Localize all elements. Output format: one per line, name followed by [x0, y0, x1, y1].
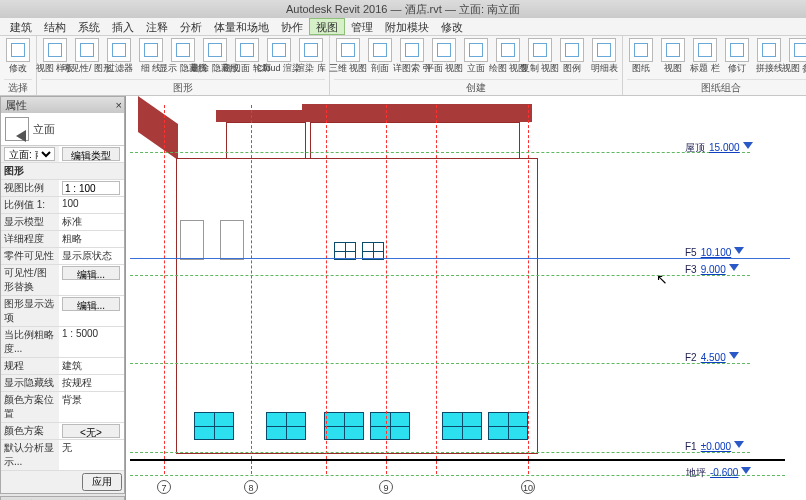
- prop-value[interactable]: 建筑: [59, 358, 124, 374]
- prop-row-颜色方案[interactable]: 颜色方案<无>: [1, 423, 124, 440]
- menu-插入[interactable]: 插入: [106, 18, 140, 35]
- apply-button[interactable]: 应用: [82, 473, 122, 491]
- callout-button[interactable]: 详图索 引: [398, 38, 426, 73]
- prop-value[interactable]: 粗略: [59, 231, 124, 247]
- menu-结构[interactable]: 结构: [38, 18, 72, 35]
- grid-line-10[interactable]: [528, 105, 529, 474]
- 3d-view-button[interactable]: 三维 视图: [334, 38, 362, 73]
- prop-value[interactable]: [59, 180, 124, 196]
- menu-修改[interactable]: 修改: [435, 18, 469, 35]
- grid-line-8[interactable]: [251, 105, 252, 474]
- grid-bubble-10[interactable]: 10: [521, 480, 535, 494]
- grid-line-9[interactable]: [386, 105, 387, 474]
- prop-input[interactable]: [62, 181, 120, 195]
- filter-label: 过滤器: [106, 63, 133, 73]
- prop-row-默认分析显示...[interactable]: 默认分析显示...无: [1, 440, 124, 471]
- menu-注释[interactable]: 注释: [140, 18, 174, 35]
- prop-row-图形显示选项[interactable]: 图形显示选项编辑...: [1, 296, 124, 327]
- drafting-view-button[interactable]: 绘图 视图: [494, 38, 522, 73]
- sheet-button[interactable]: 图纸: [627, 38, 655, 73]
- level-tag[interactable]: 屋顶15.000: [685, 141, 753, 155]
- guide-grid-button[interactable]: 拼接线: [755, 38, 783, 73]
- menu-分析[interactable]: 分析: [174, 18, 208, 35]
- level-line: [130, 152, 750, 153]
- roof-slope: [138, 96, 178, 160]
- grid-line-extra[interactable]: [326, 105, 327, 474]
- prop-value[interactable]: 标准: [59, 214, 124, 230]
- render-cloud-button[interactable]: Cloud 渲染: [265, 38, 293, 73]
- legend-button[interactable]: 图例: [558, 38, 586, 73]
- menu-系统[interactable]: 系统: [72, 18, 106, 35]
- grid-bubble-7[interactable]: 7: [157, 480, 171, 494]
- visibility-button[interactable]: 可见性/ 图形: [73, 38, 101, 73]
- level-tag[interactable]: F24.500: [685, 352, 739, 364]
- close-icon[interactable]: ×: [116, 97, 122, 113]
- prop-row-规程[interactable]: 规程建筑: [1, 358, 124, 375]
- prop-value[interactable]: <无>: [59, 423, 124, 439]
- menu-体量和场地[interactable]: 体量和场地: [208, 18, 275, 35]
- prop-value[interactable]: 无: [59, 440, 124, 470]
- prop-value[interactable]: 100: [59, 197, 124, 213]
- ribbon-group-创建: 三维 视图剖面详图索 引平面 视图立面绘图 视图复制 视图图例明细表创建: [330, 36, 623, 95]
- viewport-button[interactable]: 视图 参照: [787, 38, 806, 73]
- level-tag[interactable]: F39.000: [685, 264, 739, 276]
- prop-row-比例值 1:[interactable]: 比例值 1:100: [1, 197, 124, 214]
- prop-row-图形[interactable]: 图形: [1, 163, 124, 180]
- section-button[interactable]: 剖面: [366, 38, 394, 73]
- menu-附加模块[interactable]: 附加模块: [379, 18, 435, 35]
- prop-value[interactable]: 显示原状态: [59, 248, 124, 264]
- duplicate-view-button[interactable]: 复制 视图: [526, 38, 554, 73]
- grid-bubble-8[interactable]: 8: [244, 480, 258, 494]
- modify-button[interactable]: 修改: [4, 38, 32, 73]
- elevation-type-icon: [5, 117, 29, 141]
- prop-value[interactable]: 1 : 5000: [59, 327, 124, 357]
- opening: [220, 220, 244, 260]
- edit-type-button[interactable]: 编辑类型: [62, 147, 120, 161]
- render-gallery-label: 渲染 库: [296, 63, 326, 73]
- menu-建筑[interactable]: 建筑: [4, 18, 38, 35]
- visibility-icon: [75, 38, 99, 62]
- render-gallery-button[interactable]: 渲染 库: [297, 38, 325, 73]
- prop-value[interactable]: 编辑...: [59, 296, 124, 326]
- prop-row-零件可见性[interactable]: 零件可见性显示原状态: [1, 248, 124, 265]
- prop-value[interactable]: 编辑...: [59, 265, 124, 295]
- level-tag[interactable]: F510.100: [685, 247, 744, 259]
- roof-segment: [216, 110, 316, 122]
- type-name[interactable]: 立面: [33, 122, 55, 137]
- prop-row-可见性/图形替换[interactable]: 可见性/图形替换编辑...: [1, 265, 124, 296]
- menu-视图[interactable]: 视图: [309, 18, 345, 35]
- instance-selector[interactable]: 立面: 南立面: [4, 147, 55, 161]
- prop-row-颜色方案位置[interactable]: 颜色方案位置背景: [1, 392, 124, 423]
- prop-row-视图比例[interactable]: 视图比例: [1, 180, 124, 197]
- revisions-button[interactable]: 修订: [723, 38, 751, 73]
- properties-header[interactable]: 属性 ×: [1, 97, 124, 113]
- prop-value[interactable]: 背景: [59, 392, 124, 422]
- menu-管理[interactable]: 管理: [345, 18, 379, 35]
- window: [266, 412, 306, 440]
- grid-line-7[interactable]: [164, 105, 165, 474]
- show-hidden-icon: [171, 38, 195, 62]
- thin-lines-label: 细 线: [141, 63, 162, 73]
- grid-line-extra[interactable]: [436, 105, 437, 474]
- elevation-button[interactable]: 立面: [462, 38, 490, 73]
- ribbon-group-图纸组合: 图纸视图标题 栏修订拼接线视图 参照图纸组合: [623, 36, 806, 95]
- grid-bubble-9[interactable]: 9: [379, 480, 393, 494]
- title-block-button[interactable]: 标题 栏: [691, 38, 719, 73]
- prop-row-详细程度[interactable]: 详细程度粗略: [1, 231, 124, 248]
- level-tag[interactable]: F1±0.000: [685, 441, 744, 453]
- prop-row-显示隐藏线[interactable]: 显示隐藏线按规程: [1, 375, 124, 392]
- level-tag[interactable]: 地坪-0.600: [686, 466, 751, 480]
- prop-value[interactable]: 按规程: [59, 375, 124, 391]
- prop-row-显示模型[interactable]: 显示模型标准: [1, 214, 124, 231]
- plan-view-button[interactable]: 平面 视图: [430, 38, 458, 73]
- filter-button[interactable]: 过滤器: [105, 38, 133, 73]
- view-place-button[interactable]: 视图: [659, 38, 687, 73]
- drawing-canvas[interactable]: 地坪-0.600 ↖ 78910屋顶15.000F510.100F39.000F…: [125, 96, 806, 500]
- schedules-button[interactable]: 明细表: [590, 38, 618, 73]
- ribbon-group-选择: 修改选择: [0, 36, 37, 95]
- edit-button[interactable]: 编辑...: [62, 297, 120, 311]
- edit-button[interactable]: 编辑...: [62, 266, 120, 280]
- edit-button[interactable]: <无>: [62, 424, 120, 438]
- menu-协作[interactable]: 协作: [275, 18, 309, 35]
- prop-row-当比例粗略度...[interactable]: 当比例粗略度...1 : 5000: [1, 327, 124, 358]
